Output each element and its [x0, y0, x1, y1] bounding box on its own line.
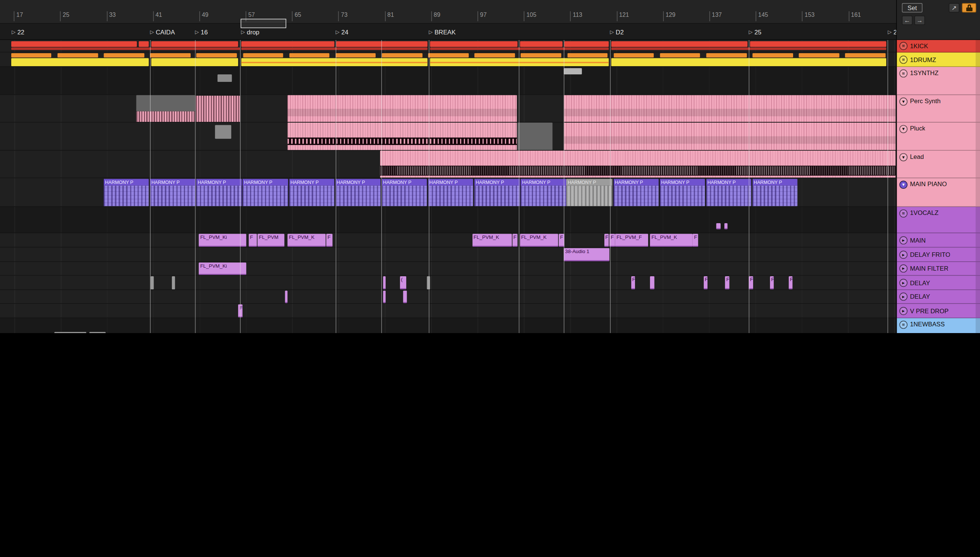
track-header-drumz[interactable]: ≡1DRUMZ [897, 52, 980, 67]
clip-fl-pvm-k[interactable]: FL_PVM_K [520, 234, 558, 247]
clip-harmony-p[interactable]: HARMONY P [242, 179, 288, 206]
clip[interactable] [430, 47, 608, 50]
clip-fl-pvm[interactable]: FL_PVM [257, 234, 284, 247]
clip-harmony-p[interactable]: HARMONY P [613, 179, 659, 206]
loop-brace[interactable] [241, 19, 286, 28]
clip-fl-pvm-k[interactable]: FL_PVM_K [288, 234, 325, 247]
track-header-delay_a[interactable]: ▸DELAY [897, 275, 980, 290]
clip-harmony-p[interactable]: HARMONY P [103, 179, 149, 206]
clip[interactable] [564, 95, 895, 123]
clip-harmony-p[interactable]: HARMONY P [567, 179, 613, 206]
clip-harmony-p[interactable]: HARMONY P [752, 179, 798, 206]
clip-harmony-p[interactable]: HARMONY P [196, 179, 242, 206]
clip-harmony-p[interactable]: HARMONY P [427, 179, 473, 206]
expand-icon[interactable]: ↗ [949, 3, 959, 12]
locator-16[interactable]: ▷16 [195, 27, 208, 37]
clip[interactable] [430, 62, 608, 63]
track-header-pluck[interactable]: ▾Pluck [897, 123, 980, 151]
clip[interactable] [567, 53, 608, 57]
clip-f[interactable]: F [704, 276, 707, 289]
clip-harmony-p[interactable]: HARMONY P [150, 179, 195, 206]
track-header-delay_b[interactable]: ▸DELAY [897, 290, 980, 304]
clip[interactable] [336, 53, 376, 57]
clip[interactable] [518, 123, 553, 151]
clip[interactable] [197, 53, 237, 57]
track-unfold-icon[interactable]: ▸ [899, 251, 907, 259]
clip-harmony-p[interactable]: HARMONY P [520, 179, 566, 206]
locator-drop[interactable]: ▷drop [241, 27, 259, 37]
track-header-kick[interactable]: ≡1KICK [897, 40, 980, 52]
group-fold-icon[interactable]: ≡ [899, 70, 907, 78]
track-header-main_filter[interactable]: ▸MAIN FILTER [897, 262, 980, 276]
clip[interactable] [430, 41, 518, 47]
locator-24[interactable]: ▷24 [336, 27, 348, 37]
clip[interactable] [521, 53, 561, 57]
clip[interactable] [799, 53, 839, 57]
clip[interactable] [11, 41, 137, 47]
clip[interactable] [151, 276, 154, 289]
clip[interactable] [611, 41, 747, 47]
clip[interactable] [660, 53, 700, 57]
clip[interactable] [151, 58, 238, 67]
track-header-v_pre_drop[interactable]: ▸V PRE DROP [897, 304, 980, 318]
clip-f[interactable]: F [239, 304, 242, 318]
clip[interactable] [753, 53, 793, 57]
clip[interactable] [215, 125, 231, 139]
clip-38-audio-1[interactable]: 38-Audio 1 [564, 248, 609, 261]
clip[interactable] [611, 58, 886, 67]
clip-f[interactable]: F [789, 276, 793, 289]
clip[interactable] [288, 123, 517, 151]
clip-harmony-p[interactable]: HARMONY P [706, 179, 752, 206]
clip[interactable] [428, 53, 469, 57]
clip[interactable] [136, 95, 195, 111]
set-button[interactable]: Set [902, 3, 922, 12]
track-unfold-icon[interactable]: ▸ [899, 236, 907, 244]
clip[interactable] [716, 223, 721, 230]
clip[interactable] [90, 332, 106, 333]
track-header-main_vox[interactable]: ▸MAIN [897, 233, 980, 248]
clip[interactable] [520, 41, 562, 47]
clip-f[interactable]: F [512, 234, 517, 247]
clip-fl-pvm-ki[interactable]: FL_PVM_Ki [199, 262, 246, 275]
locator-25[interactable]: ▷25 [749, 27, 761, 37]
clip[interactable] [136, 111, 195, 123]
clip[interactable] [565, 41, 608, 47]
clip[interactable] [380, 151, 895, 178]
locator-caida[interactable]: ▷CAIDA [150, 27, 174, 37]
clip[interactable] [241, 62, 427, 63]
clip-f[interactable]: F [770, 276, 774, 289]
track-fold-icon[interactable]: ▾ [899, 153, 907, 161]
clip-harmony-p[interactable]: HARMONY P [659, 179, 705, 206]
clip[interactable] [288, 95, 517, 123]
clip[interactable] [241, 41, 334, 47]
track-fold-icon[interactable]: ▾ [899, 181, 907, 189]
clip-fl-pvm-f[interactable]: FL_PVM_F [615, 234, 648, 247]
clip[interactable] [564, 123, 895, 151]
scroll-right-button[interactable]: → [914, 16, 925, 25]
track-header-piano[interactable]: ▾MAIN PIANO [897, 178, 980, 207]
track-unfold-icon[interactable]: ▸ [899, 293, 907, 301]
track-header-synthz[interactable]: ≡1SYNTHZ [897, 67, 980, 95]
clip[interactable] [243, 53, 283, 57]
clip-f[interactable]: F [604, 234, 608, 247]
clip[interactable] [241, 47, 427, 50]
clip[interactable] [427, 276, 430, 289]
group-fold-icon[interactable]: ≡ [899, 42, 907, 50]
track-unfold-icon[interactable]: ▸ [899, 278, 907, 287]
clip[interactable] [172, 276, 175, 289]
clip[interactable] [139, 41, 149, 47]
clip-f[interactable]: F [249, 234, 257, 247]
clip-fl-pvm-ki[interactable]: FL_PVM_Ki [199, 234, 246, 247]
track-header-lead[interactable]: ▾Lead [897, 151, 980, 178]
clip[interactable] [58, 53, 98, 57]
clip[interactable] [218, 74, 232, 82]
locator-d2[interactable]: ▷D2 [610, 27, 624, 37]
clip[interactable] [55, 332, 86, 333]
locator-break[interactable]: ▷BREAK [429, 27, 456, 37]
lock-icon[interactable] [962, 3, 976, 12]
clip[interactable] [336, 41, 427, 47]
group-fold-icon[interactable]: ≡ [899, 55, 907, 64]
clip[interactable] [383, 291, 386, 303]
group-fold-icon[interactable]: ≡ [899, 321, 907, 329]
track-header-delay_frito[interactable]: ▸DELAY FRITO [897, 248, 980, 262]
